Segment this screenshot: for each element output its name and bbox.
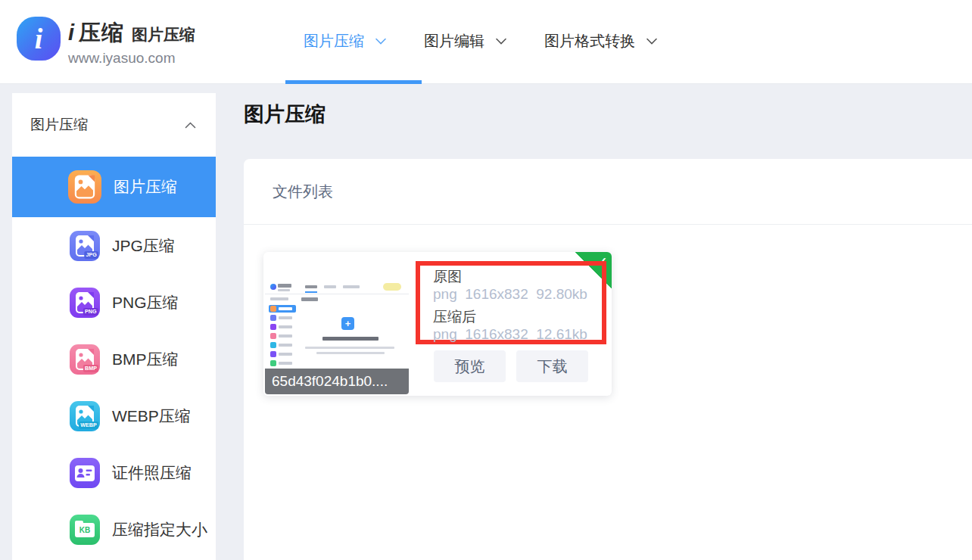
image-compress-icon [68, 170, 101, 204]
top-nav: 图片压缩 图片编辑 图片格式转换 [304, 0, 657, 82]
jpg-compress-icon: JPG [70, 231, 100, 261]
sidebar-group-image-compress[interactable]: 图片压缩 [12, 93, 216, 157]
thumb-bar [301, 297, 318, 301]
thumb-icon [270, 324, 276, 330]
site-header: i i 压缩 图片压缩 www.iyasuo.com 图片压缩 图片编辑 图片格… [0, 0, 972, 84]
sidebar-item-image-compress[interactable]: 图片压缩 [12, 157, 216, 217]
thumb-side-row [269, 314, 296, 322]
kb-folder-label: KB [75, 523, 95, 537]
main-content: 图片压缩 文件列表 ✓ [244, 86, 972, 560]
bmp-badge: BMP [83, 364, 98, 372]
sidebar-item-label: WEBP压缩 [112, 406, 191, 427]
thumb-caption-bar [322, 337, 379, 341]
thumb-icon [270, 306, 276, 312]
thumb-bar [270, 297, 288, 300]
sidebar-item-label: BMP压缩 [112, 349, 179, 370]
thumb-bar [278, 289, 290, 291]
thumb-bar [324, 285, 336, 288]
thumb-bar [279, 334, 292, 338]
thumb-bar [279, 353, 292, 356]
thumb-side-row [269, 350, 296, 358]
compressed-label: 压缩后 [433, 308, 602, 325]
kb-folder-icon: KB [70, 515, 100, 545]
thumb-bar [279, 316, 292, 319]
brand-name-i: i [68, 20, 74, 45]
file-actions: 预览 下载 [434, 350, 588, 382]
webp-badge: WEBP [79, 421, 98, 428]
thumb-bar [279, 325, 292, 328]
thumb-icon [270, 342, 276, 348]
brand-logo-icon: i [17, 17, 61, 61]
webp-compress-icon: WEBP [70, 401, 100, 431]
nav-item-format-convert[interactable]: 图片格式转换 [544, 31, 657, 51]
sidebar-item-jpg-compress[interactable]: JPG JPG压缩 [12, 217, 216, 274]
sidebar-group-label: 图片压缩 [30, 115, 88, 135]
thumb-icon [270, 315, 276, 321]
original-label: 原图 [433, 268, 602, 285]
thumb-bar [305, 347, 394, 349]
sidebar-item-label: 压缩指定大小 [112, 519, 207, 540]
file-name: 65d43f024b1b0.... [265, 369, 409, 394]
preview-button[interactable]: 预览 [434, 350, 506, 382]
nav-item-label: 图片压缩 [304, 31, 364, 51]
sidebar-item-label: JPG压缩 [112, 235, 175, 257]
thumb-side-row [269, 305, 296, 313]
png-badge: PNG [83, 307, 98, 315]
brand-url: www.iyasuo.com [68, 50, 195, 67]
sidebar-item-png-compress[interactable]: PNG PNG压缩 [12, 274, 216, 331]
app-window: i i 压缩 图片压缩 www.iyasuo.com 图片压缩 图片编辑 图片格… [0, 0, 972, 560]
page-title: 图片压缩 [244, 101, 972, 128]
jpg-badge: JPG [84, 250, 98, 258]
brand-subtitle: 图片压缩 [132, 24, 195, 45]
sidebar-item-compress-to-size[interactable]: KB 压缩指定大小 [12, 501, 216, 558]
png-compress-icon: PNG [70, 288, 100, 318]
thumb-bar [279, 362, 292, 365]
thumb-bar [305, 285, 317, 288]
bmp-compress-icon: BMP [70, 344, 100, 375]
chevron-down-icon [496, 38, 506, 45]
sidebar-item-id-photo-compress[interactable]: 证件照压缩 [12, 444, 216, 501]
chevron-down-icon [646, 38, 657, 45]
file-thumbnail[interactable]: + 65d43f024b1b0.... [265, 254, 409, 394]
thumb-bar [279, 344, 292, 347]
id-photo-icon [70, 458, 100, 488]
sidebar: 图片压缩 图片压缩 JPG JPG压缩 PNG PNG压缩 [12, 93, 216, 560]
thumb-upload-plus: + [341, 317, 354, 330]
thumb-side-row [269, 332, 296, 340]
nav-item-image-compress[interactable]: 图片压缩 [304, 31, 386, 51]
active-tab-underline [285, 80, 422, 84]
chevron-up-icon [185, 122, 196, 129]
sidebar-item-label: 图片压缩 [114, 176, 177, 198]
thumb-side-row [269, 323, 296, 331]
thumb-logo-dot [270, 284, 276, 290]
file-list-panel: 文件列表 ✓ [244, 159, 972, 560]
thumb-side-row [269, 341, 296, 349]
sidebar-item-label: 证件照压缩 [112, 462, 192, 484]
thumb-bar [279, 307, 292, 310]
thumb-divider [265, 294, 409, 294]
panel-title: 文件列表 [244, 159, 972, 225]
thumb-bar [316, 352, 385, 354]
thumb-icon [270, 360, 276, 366]
chevron-down-icon [375, 38, 386, 45]
file-card: ✓ [263, 252, 612, 396]
brand-text: i 压缩 图片压缩 www.iyasuo.com [68, 17, 195, 67]
nav-item-image-edit[interactable]: 图片编辑 [424, 31, 506, 51]
compressed-info: png 1616x832 12.61kb [433, 325, 602, 343]
annotation-red-box: 原图 png 1616x832 92.80kb 压缩后 png 1616x832… [416, 261, 606, 344]
sidebar-item-bmp-compress[interactable]: BMP BMP压缩 [12, 331, 216, 387]
nav-item-label: 图片编辑 [424, 31, 484, 51]
thumb-icon [270, 333, 276, 339]
thumb-side-row [269, 359, 296, 367]
thumb-bar [278, 284, 291, 288]
sidebar-item-label: PNG压缩 [112, 292, 179, 313]
nav-item-label: 图片格式转换 [544, 31, 635, 51]
brand[interactable]: i i 压缩 图片压缩 www.iyasuo.com [17, 17, 195, 67]
brand-name: 压缩 [79, 18, 124, 48]
thumbnail-art: + [265, 254, 409, 369]
download-button[interactable]: 下载 [516, 350, 588, 382]
original-info: png 1616x832 92.80kb [433, 285, 602, 303]
thumb-button [383, 283, 401, 291]
thumb-underline [305, 291, 317, 293]
sidebar-item-webp-compress[interactable]: WEBP WEBP压缩 [12, 387, 216, 444]
